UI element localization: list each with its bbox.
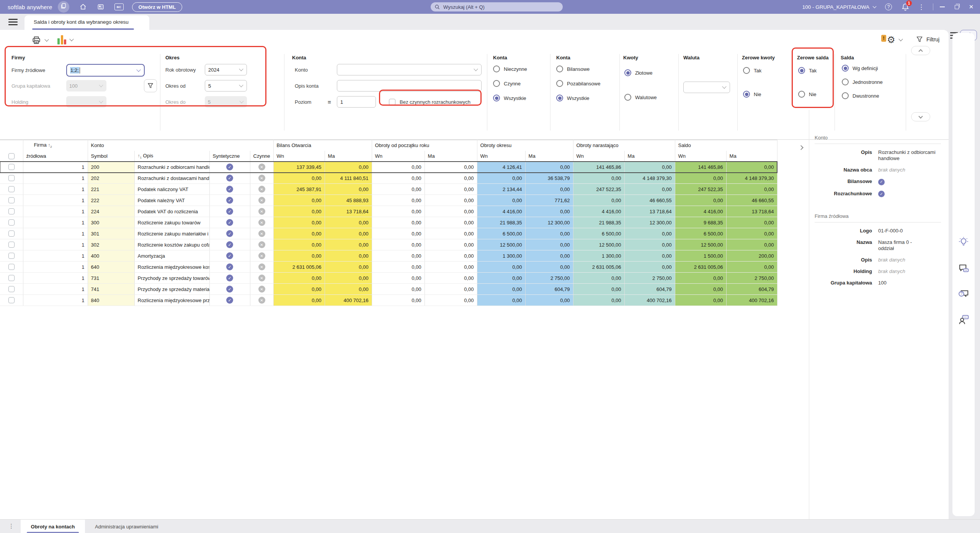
- opis-konta-input[interactable]: [337, 80, 482, 92]
- header-zrodlowa[interactable]: źródłowa: [23, 151, 88, 162]
- radio-pozabilansowe[interactable]: Pozabilansowe: [556, 80, 600, 87]
- chevron-down-icon[interactable]: [898, 37, 903, 41]
- poziom-operator[interactable]: =: [328, 99, 337, 105]
- header-on-wn[interactable]: Wn: [573, 151, 624, 162]
- bottom-tab-obroty[interactable]: Obroty na kontach: [21, 520, 85, 533]
- row-checkbox[interactable]: [0, 173, 23, 184]
- chart-button[interactable]: [57, 35, 73, 44]
- radio-zerowe-kwoty-tak[interactable]: Tak: [743, 67, 761, 74]
- table-row[interactable]: 1840Rozliczenia międzyokresowe przychodó…: [0, 295, 777, 306]
- table-row[interactable]: 1222Podatek należny VAT✓✕0,0045 888,930,…: [0, 195, 777, 206]
- radio-jednostronne[interactable]: Jednostronne: [842, 78, 883, 85]
- row-checkbox[interactable]: [0, 206, 23, 217]
- scroll-columns-right-icon[interactable]: [799, 145, 804, 150]
- table-row[interactable]: 1301Rozliczenie zakupu materiałów i usłu…: [0, 228, 777, 239]
- help-chat-icon[interactable]: ?: [957, 288, 970, 300]
- radio-zerowe-salda-tak[interactable]: Tak: [798, 67, 817, 74]
- radio-bilansowe[interactable]: Bilansowe: [556, 65, 590, 72]
- header-group-saldo[interactable]: Saldo: [675, 140, 777, 151]
- header-bo-wn[interactable]: Wn: [273, 151, 325, 162]
- header-opr-wn[interactable]: Wn: [372, 151, 425, 162]
- waluta-combobox[interactable]: [683, 82, 730, 93]
- expand-filters-button[interactable]: [911, 112, 930, 121]
- more-menu-icon[interactable]: ⋮: [918, 3, 924, 11]
- company-selector[interactable]: 100 - GRUPA_KAPITAŁOWA: [802, 4, 869, 10]
- radio-zerowe-kwoty-nie[interactable]: Nie: [743, 91, 761, 98]
- chevron-down-icon[interactable]: [722, 84, 726, 88]
- rok-obrotowy-combobox[interactable]: 2024: [205, 64, 247, 75]
- radio-zlotowe[interactable]: Złotowe: [624, 69, 653, 76]
- header-oo-ma[interactable]: Ma: [525, 151, 573, 162]
- table-row[interactable]: 1224Podatek VAT do rozliczenia✓✕0,0013 7…: [0, 206, 777, 217]
- chevron-down-icon[interactable]: [239, 67, 243, 71]
- chevron-down-icon[interactable]: [239, 83, 243, 87]
- feedback-chat-icon[interactable]: [957, 263, 970, 275]
- bez-czynnych-checkbox[interactable]: Bez czynnych rozrachunkowych: [389, 99, 470, 105]
- radio-wszystkie-stan[interactable]: Wszystkie: [493, 95, 526, 101]
- settings-button[interactable]: ! ⚙: [881, 35, 902, 44]
- table-row[interactable]: 1302Rozliczenie kosztów zakupu cofanych …: [0, 239, 777, 250]
- firmy-filter-button[interactable]: [144, 79, 157, 92]
- open-in-html-button[interactable]: Otwórz w HTML: [132, 2, 183, 12]
- row-checkbox[interactable]: [0, 250, 23, 262]
- row-checkbox[interactable]: [0, 295, 23, 306]
- radio-czynne[interactable]: Czynne: [493, 80, 521, 87]
- table-row[interactable]: 1640Rozliczenia międzyokresowe kosztów k…: [0, 262, 777, 273]
- row-checkbox[interactable]: [0, 228, 23, 239]
- header-group-bilans-otwarcia[interactable]: Bilans Otwarcia: [273, 140, 372, 151]
- header-group-obroty-okresu[interactable]: Obroty okresu: [477, 140, 573, 151]
- chevron-down-icon[interactable]: [474, 67, 478, 71]
- table-row[interactable]: 1200Rozrachunki z odbiorcami handlowe✓✕1…: [0, 162, 777, 173]
- header-on-ma[interactable]: Ma: [624, 151, 675, 162]
- radio-wg-definicji[interactable]: Wg definicji: [842, 65, 878, 72]
- header-symbol[interactable]: Symbol: [88, 151, 134, 162]
- news-icon[interactable]: [97, 3, 105, 11]
- header-group-konto[interactable]: Konto: [88, 140, 273, 151]
- table-row[interactable]: 1741Przychody ze sprzedaży materiałów✓✕0…: [0, 284, 777, 295]
- firmy-zrodlowe-combobox[interactable]: 1;2;: [66, 64, 145, 77]
- select-all-checkbox[interactable]: [0, 151, 23, 162]
- radio-zerowe-salda-nie[interactable]: Nie: [798, 91, 817, 98]
- row-checkbox[interactable]: [0, 184, 23, 195]
- header-group-firma[interactable]: Firma ↑2: [23, 140, 88, 151]
- header-saldo-wn[interactable]: Wn: [675, 151, 726, 162]
- bottom-tab-administracja[interactable]: Administracja uprawnieniami: [95, 520, 158, 533]
- home-icon[interactable]: [79, 3, 87, 11]
- konto-combobox[interactable]: [337, 64, 482, 75]
- minimize-button[interactable]: [936, 0, 948, 14]
- chevron-down-icon[interactable]: [44, 37, 49, 41]
- bottom-menu-icon[interactable]: ⋮: [8, 523, 14, 530]
- active-document-tab[interactable]: Salda i obroty kont dla wybranego okresu: [24, 15, 149, 30]
- header-bo-ma[interactable]: Ma: [325, 151, 372, 162]
- row-checkbox[interactable]: [0, 262, 23, 273]
- table-row[interactable]: 1400Amortyzacja✓✕0,000,000,000,001 300,0…: [0, 250, 777, 262]
- print-button[interactable]: [31, 35, 48, 45]
- header-saldo-ma[interactable]: Ma: [726, 151, 777, 162]
- restore-button[interactable]: [951, 0, 962, 14]
- row-checkbox[interactable]: [0, 273, 23, 284]
- header-oo-wn[interactable]: Wn: [477, 151, 525, 162]
- okres-od-combobox[interactable]: 5: [205, 80, 247, 92]
- idea-lightbulb-icon[interactable]: [957, 236, 970, 248]
- row-checkbox[interactable]: [0, 195, 23, 206]
- chevron-down-icon[interactable]: [136, 67, 140, 72]
- header-czynne[interactable]: Czynne: [250, 151, 273, 162]
- header-opis[interactable]: ↑1 Opis: [134, 151, 209, 162]
- radio-nieczynne[interactable]: Nieczynne: [493, 65, 527, 72]
- global-search-input[interactable]: Wyszukaj (Alt + Q): [431, 2, 563, 11]
- chevron-down-icon[interactable]: [69, 37, 74, 41]
- close-button[interactable]: ✕: [965, 0, 977, 14]
- radio-wszystkie-typ[interactable]: Wszystkie: [556, 95, 590, 101]
- help-icon[interactable]: ?: [885, 3, 892, 10]
- header-opr-ma[interactable]: Ma: [425, 151, 477, 162]
- header-group-obroty-narastajaco[interactable]: Obroty narastająco: [573, 140, 675, 151]
- table-row[interactable]: 1202Rozrachunki z dostawcami handlowe✓✕0…: [0, 173, 777, 184]
- apps-button[interactable]: [58, 1, 69, 13]
- table-row[interactable]: 1300Rozliczenie zakupu towarów✓✕0,000,00…: [0, 217, 777, 228]
- menu-icon[interactable]: [8, 19, 18, 25]
- table-row[interactable]: 1221Podatek naliczony VAT✓✕245 387,910,0…: [0, 184, 777, 195]
- community-user-icon[interactable]: [957, 314, 970, 326]
- row-checkbox[interactable]: [0, 162, 23, 173]
- row-checkbox[interactable]: [0, 217, 23, 228]
- radio-dwustronne[interactable]: Dwustronne: [842, 92, 879, 99]
